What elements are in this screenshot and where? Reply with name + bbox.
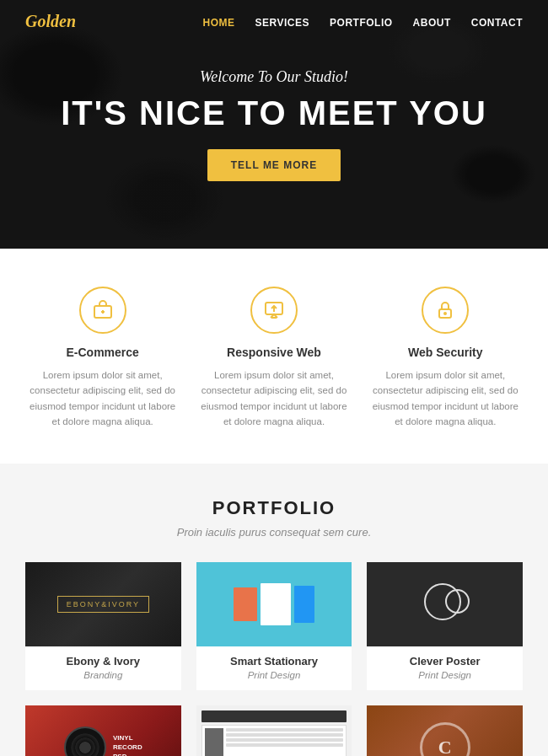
service-responsive-title: Responsive Web [196, 346, 351, 359]
thumb-2-card-orange [234, 587, 257, 621]
svg-point-7 [444, 313, 446, 314]
thumb-5-header [201, 710, 347, 722]
portfolio-thumb-1: EBONY&IVORY [25, 562, 181, 646]
portfolio-title: PORTFOLIO [25, 497, 523, 519]
service-responsive: Responsive Web Lorem ipsum dolor sit ame… [196, 287, 351, 430]
hero-content: Welcome To Our Studio! IT'S NICE TO MEET… [61, 68, 487, 181]
hero-cta-button[interactable]: TELL ME MORE [207, 149, 341, 181]
thumb-4-text: VINYLRECORDPSD [113, 733, 142, 756]
thumb-2-card-white [261, 583, 291, 625]
thumb-2-card-blue [294, 586, 314, 623]
service-ecommerce-text: Lorem ipsum dolor sit amet, consectetur … [25, 367, 180, 430]
portfolio-item-6[interactable]: C Burned Logo Branding [367, 705, 523, 756]
service-security-text: Lorem ipsum dolor sit amet, consectetur … [368, 367, 523, 430]
security-icon [422, 287, 469, 334]
thumb-3-circles [420, 579, 470, 630]
portfolio-thumb-2 [196, 562, 352, 646]
portfolio-type-2: Print Design [207, 670, 342, 680]
service-responsive-text: Lorem ipsum dolor sit amet, consectetur … [196, 367, 351, 430]
portfolio-item-5[interactable]: Tree House Template Web Design [196, 705, 352, 756]
nav-contact[interactable]: CONTACT [471, 17, 523, 29]
navbar: Golden HOME SERVICES PORTFOLIO ABOUT CON… [0, 0, 548, 43]
portfolio-item-2[interactable]: Smart Stationary Print Design [196, 562, 352, 690]
portfolio-type-1: Branding [35, 670, 171, 680]
portfolio-item-1[interactable]: EBONY&IVORY Ebony & Ivory Branding [25, 562, 181, 690]
nav-services[interactable]: SERVICES [255, 17, 309, 29]
thumb-5-line-1 [226, 728, 344, 732]
nav-about[interactable]: ABOUT [413, 17, 451, 29]
portfolio-name-2: Smart Stationary [207, 655, 342, 668]
thumb-5-line-4 [226, 743, 344, 747]
thumb-5-line-3 [226, 738, 344, 742]
nav-home[interactable]: HOME [203, 17, 235, 29]
navbar-logo[interactable]: Golden [25, 12, 76, 31]
portfolio-name-3: Clever Poster [377, 655, 513, 668]
portfolio-info-2: Smart Stationary Print Design [196, 646, 352, 690]
nav-portfolio[interactable]: PORTFOLIO [330, 17, 393, 29]
portfolio-thumb-4: VINYLRECORDPSD [25, 705, 181, 756]
thumb-5-content [226, 728, 344, 756]
service-security-title: Web Security [368, 346, 523, 359]
portfolio-thumb-3 [367, 562, 523, 646]
navbar-links: HOME SERVICES PORTFOLIO ABOUT CONTACT [203, 14, 523, 29]
portfolio-thumb-5 [196, 705, 352, 756]
hero-title: IT'S NICE TO MEET YOU [61, 94, 487, 132]
responsive-icon [250, 287, 298, 334]
portfolio-name-1: Ebony & Ivory [35, 655, 171, 668]
thumb-5-body [201, 725, 347, 756]
service-ecommerce-title: E-Commerce [25, 346, 180, 359]
portfolio-thumb-6: C [367, 705, 523, 756]
hero-subtitle: Welcome To Our Studio! [61, 68, 487, 86]
services-section: E-Commerce Lorem ipsum dolor sit amet, c… [0, 249, 548, 464]
portfolio-type-3: Print Design [377, 670, 513, 680]
service-security: Web Security Lorem ipsum dolor sit amet,… [368, 287, 523, 430]
portfolio-grid: EBONY&IVORY Ebony & Ivory Branding Smart… [25, 562, 523, 756]
portfolio-item-3[interactable]: Clever Poster Print Design [367, 562, 523, 690]
portfolio-subtitle: Proin iaculis purus consequat sem cure. [25, 526, 523, 539]
thumb-4-vinyl [64, 727, 106, 756]
thumb-6-stamp: C [420, 722, 470, 756]
ecommerce-icon [79, 287, 126, 334]
thumb-1-label: EBONY&IVORY [57, 596, 149, 613]
portfolio-info-1: Ebony & Ivory Branding [25, 646, 181, 690]
service-ecommerce: E-Commerce Lorem ipsum dolor sit amet, c… [25, 287, 180, 430]
portfolio-section: PORTFOLIO Proin iaculis purus consequat … [0, 464, 548, 756]
portfolio-item-4[interactable]: VINYLRECORDPSD Vinyl Record Product Mock… [25, 705, 181, 756]
portfolio-header: PORTFOLIO Proin iaculis purus consequat … [25, 497, 523, 539]
portfolio-info-3: Clever Poster Print Design [367, 646, 523, 690]
thumb-5-line-2 [226, 733, 344, 737]
thumb-5-sidebar [205, 728, 223, 756]
